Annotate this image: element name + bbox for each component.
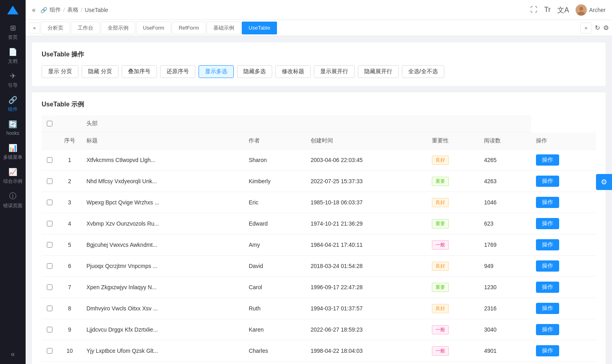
sidebar-item-error[interactable]: ⓘ 错误页面 [0,188,26,212]
user-avatar-wrap[interactable]: Archer [576,4,606,16]
row-action-button[interactable]: 操作 [536,282,559,293]
tab-usetable[interactable]: UseTable [242,22,277,34]
row-title: Dmhvyiro Vwcls Oitxx Xsv ... [82,298,244,319]
row-action-button[interactable]: 操作 [536,239,559,250]
btn-show-expand[interactable]: 显示展开行 [314,65,355,78]
row-action-button[interactable]: 操作 [536,154,559,166]
select-all-checkbox[interactable] [47,121,52,126]
row-index: 6 [58,256,82,277]
th-group-header: 头部 [82,115,531,132]
row-checkbox[interactable] [47,221,52,226]
sidebar-item-home[interactable]: ⊞ 首页 [0,20,26,44]
sidebar-item-multilevel[interactable]: 📊 多级菜单 [0,140,26,164]
row-checkbox-cell [42,171,58,192]
row-checkbox[interactable] [47,200,52,205]
btn-modify-title[interactable]: 修改标题 [275,65,311,78]
font-icon[interactable]: Tr [544,6,550,14]
row-checkbox[interactable] [47,178,52,184]
tab-arrow-right[interactable]: » [580,22,592,34]
table-column-header-row: 序号 标题 作者 创建时间 重要性 [42,132,596,150]
row-action-button[interactable]: 操作 [536,303,559,314]
row-checkbox[interactable] [47,306,52,311]
tab-all-examples[interactable]: 全部示例 [101,22,135,34]
comprehensive-icon: 📈 [8,168,17,176]
svg-point-1 [579,7,583,11]
row-action-button[interactable]: 操作 [536,324,559,335]
tab-label: UseTable [249,25,270,31]
btn-hide-multiselect[interactable]: 隐藏多选 [237,65,272,78]
tabbar-settings-icon[interactable]: ⚙ [603,24,609,32]
collapse-icon: « [11,350,15,358]
sidebar-item-label: 组件 [8,106,18,113]
btn-reset-index[interactable]: 还原序号 [160,65,195,78]
row-checkbox[interactable] [47,242,52,248]
row-index: 2 [58,171,82,192]
importance-badge: 一般 [432,240,449,250]
row-checkbox[interactable] [47,327,52,332]
sidebar-item-components[interactable]: 🔗 组件 [0,92,26,116]
row-index: 10 [58,340,82,362]
hooks-icon: 🔄 [8,120,17,129]
row-checkbox[interactable] [47,284,52,290]
tab-refform[interactable]: RefForm [172,22,206,34]
row-checkbox[interactable] [47,348,52,354]
row-author: Amy [244,234,306,256]
row-created-time: 1994-03-17 01:37:57 [306,298,427,319]
sidebar-item-label: 综合示例 [3,178,22,185]
row-read-count: 2316 [479,298,531,319]
sidebar-item-docs[interactable]: 📄 文档 [0,44,26,68]
row-action-button[interactable]: 操作 [536,260,559,272]
sidebar-item-comprehensive[interactable]: 📈 综合示例 [0,164,26,188]
translate-icon[interactable]: 文A [557,5,569,15]
table-row: 2 Nhd Mfcsy Vxdyeorqli Unk... Kimberly 2… [42,171,596,192]
row-action-button[interactable]: 操作 [536,176,559,187]
sidebar-item-hooks[interactable]: 🔄 hooks [0,116,26,140]
row-importance: 良好 [427,298,479,319]
tab-arrow-left[interactable]: « [29,22,40,34]
row-checkbox[interactable] [47,263,52,269]
row-importance: 重要 [427,171,479,192]
arrow-left-icon: « [33,25,36,31]
sidebar-item-label: 文档 [8,58,18,65]
btn-stack-index[interactable]: 叠加序号 [122,65,157,78]
tab-analysis[interactable]: 分析页 [41,22,70,34]
row-author: Carol [244,277,306,298]
th-read-count: 阅读数 [479,132,531,150]
tab-label: 分析页 [48,24,63,32]
table-body: 1 Xtfvkcmms Ctlwopvd Llgh... Sharon 2003… [42,150,596,362]
breadcrumb-sep-1: / [63,7,65,13]
btn-show-pagination[interactable]: 显示 分页 [42,65,78,78]
th-checkbox [42,132,58,150]
sidebar-item-guide[interactable]: ✈ 引导 [0,68,26,92]
row-checkbox-cell [42,192,58,213]
btn-show-multiselect[interactable]: 显示多选 [199,65,234,78]
row-checkbox[interactable] [47,157,52,163]
tab-basic-examples[interactable]: 基础示例 [207,22,241,34]
sidebar-item-label: 引导 [8,82,18,89]
tab-useform[interactable]: UseForm [136,22,171,34]
sidebar-collapse-button[interactable]: « [0,344,26,364]
breadcrumb-table: 表格 [67,6,78,14]
table-title: UseTable 示例 [42,100,596,109]
tab-workbench[interactable]: 工作台 [71,22,100,34]
row-checkbox-cell [42,150,58,171]
settings-fab[interactable]: ⚙ [596,174,612,190]
logo[interactable] [0,0,26,20]
row-created-time: 2003-04-06 22:03:45 [306,150,427,171]
btn-hide-pagination[interactable]: 隐藏 分页 [82,65,118,78]
row-action: 操作 [531,256,596,277]
topbar-collapse-button[interactable]: « [32,6,36,14]
row-created-time: 1998-04-22 18:04:03 [306,340,427,362]
fullscreen-icon[interactable]: ⛶ [530,6,538,14]
btn-select-all[interactable]: 全选/全不选 [402,65,444,78]
btn-hide-expand[interactable]: 隐藏展开行 [358,65,399,78]
row-action-button[interactable]: 操作 [536,345,559,356]
row-action-button[interactable]: 操作 [536,197,559,208]
th-checkbox-header [42,115,58,132]
home-icon: ⊞ [10,24,16,32]
row-importance: 一般 [427,234,479,256]
row-read-count: 623 [479,213,531,234]
row-action-button[interactable]: 操作 [536,218,559,229]
importance-badge: 重要 [432,177,449,186]
refresh-icon[interactable]: ↻ [595,24,600,32]
